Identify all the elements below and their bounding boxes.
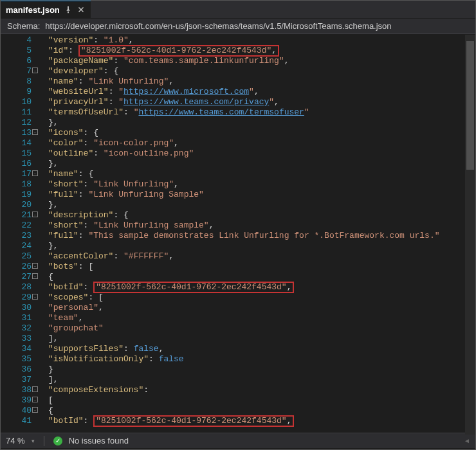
line-number: 32 — [1, 323, 32, 334]
editor: 4567-8910111213-14151617-18192021-222324… — [1, 34, 475, 433]
line-number: 13- — [1, 128, 32, 138]
check-circle-icon: ✓ — [53, 437, 62, 446]
pin-icon[interactable] — [64, 5, 73, 14]
fold-marker-icon[interactable]: - — [32, 129, 38, 135]
fold-marker-icon[interactable]: - — [32, 263, 38, 269]
line-number: 24 — [1, 241, 32, 251]
line-number: 11 — [1, 107, 32, 118]
code-line: "accentColor": "#FFFFFF", — [48, 251, 475, 262]
line-number: 37 — [1, 375, 32, 385]
fold-marker-icon[interactable]: - — [32, 386, 38, 392]
code-line: "short": "Link Unfurling", — [48, 179, 475, 190]
divider — [44, 436, 44, 446]
line-number: 39- — [1, 395, 32, 406]
code-line: }, — [48, 118, 475, 128]
code-line: ], — [48, 334, 475, 344]
issues-status: No issues found — [69, 436, 129, 446]
code-line: "name": "Link Unfurling", — [48, 76, 475, 87]
line-number: 7- — [1, 66, 32, 76]
zoom-level[interactable]: 74 % — [6, 436, 25, 446]
code-line: "groupchat" — [48, 323, 475, 334]
line-number: 40- — [1, 406, 32, 416]
line-number: 27- — [1, 272, 32, 282]
code-line: [ — [48, 395, 475, 406]
fold-marker-icon[interactable]: - — [32, 212, 38, 217]
code-line: "color": "icon-color.png", — [48, 138, 475, 148]
code-line: "composeExtensions": — [48, 385, 475, 395]
code-line: "id": "8251002f-562c-40d1-9762-2ec242f45… — [48, 46, 475, 56]
code-line: "isNotificationOnly": false — [48, 354, 475, 364]
code-line: "termsOfUseUrl": "https://www.teams.com/… — [48, 107, 475, 118]
code-line: "botId": "8251002f-562c-40d1-9762-2ec242… — [48, 416, 475, 426]
line-number-gutter: 4567-8910111213-14151617-18192021-222324… — [1, 34, 37, 433]
line-number: 34 — [1, 344, 32, 354]
code-line: "outline": "icon-outline.png" — [48, 148, 475, 159]
left-arrow-icon[interactable]: ◄ — [464, 437, 470, 444]
fold-marker-icon[interactable]: - — [32, 68, 38, 73]
fold-marker-icon[interactable]: - — [32, 294, 38, 300]
fold-marker-icon[interactable]: - — [32, 273, 38, 279]
line-number: 26- — [1, 262, 32, 272]
code-line: "botId": "8251002f-562c-40d1-9762-2ec242… — [48, 282, 475, 292]
schema-label: Schema: — [7, 21, 40, 31]
code-line: "team", — [48, 313, 475, 323]
line-number: 8 — [1, 76, 32, 87]
line-number: 21- — [1, 210, 32, 221]
line-number: 4 — [1, 35, 32, 46]
line-number: 36 — [1, 364, 32, 375]
code-line: { — [48, 406, 475, 416]
schema-url[interactable]: https://developer.microsoft.com/en-us/js… — [45, 21, 391, 31]
editor-tab[interactable]: manifest.json — [1, 1, 91, 18]
code-line: { — [48, 272, 475, 282]
fold-marker-icon[interactable]: - — [32, 407, 38, 413]
line-number: 20 — [1, 200, 32, 210]
code-line: "short": "Link Unfurling sample", — [48, 221, 475, 231]
fold-marker-icon[interactable]: - — [32, 170, 38, 176]
code-line: "name": { — [48, 169, 475, 179]
line-number: 33 — [1, 334, 32, 344]
code-line: "developer": { — [48, 66, 475, 76]
code-line: }, — [48, 159, 475, 169]
line-number: 6 — [1, 56, 32, 66]
code-line: "full": "Link Unfurling Sample" — [48, 190, 475, 200]
zoom-dropdown-icon[interactable]: ▾ — [32, 438, 35, 444]
code-line: ], — [48, 375, 475, 385]
code-line: "full": "This sample demonstrates Link U… — [48, 231, 475, 241]
status-bar: 74 % ▾ ✓ No issues found ◄ — [1, 433, 475, 448]
code-line: }, — [48, 241, 475, 251]
vertical-scrollbar[interactable] — [465, 35, 475, 435]
code-line: "icons": { — [48, 128, 475, 138]
line-number: 35 — [1, 354, 32, 364]
code-line: "privacyUrl": "https://www.teams.com/pri… — [48, 97, 475, 107]
scrollbar-thumb[interactable] — [466, 41, 474, 170]
code-area[interactable]: "version": "1.0", "id": "8251002f-562c-4… — [37, 34, 475, 433]
line-number: 15 — [1, 148, 32, 159]
line-number: 23 — [1, 231, 32, 241]
line-number: 16 — [1, 159, 32, 169]
line-number: 28 — [1, 282, 32, 292]
line-number: 17- — [1, 169, 32, 179]
fold-marker-icon[interactable]: - — [32, 397, 38, 402]
code-line: "websiteUrl": "https://www.microsoft.com… — [48, 87, 475, 97]
line-number: 12 — [1, 118, 32, 128]
line-number: 19 — [1, 190, 32, 200]
close-icon[interactable] — [77, 5, 86, 14]
line-number: 41 — [1, 416, 32, 426]
line-number: 14 — [1, 138, 32, 148]
code-line: "description": { — [48, 210, 475, 221]
code-line: "packageName": "com.teams.sample.linkunf… — [48, 56, 475, 66]
line-number: 30 — [1, 303, 32, 313]
line-number: 29- — [1, 292, 32, 303]
schema-bar: Schema: https://developer.microsoft.com/… — [1, 19, 475, 34]
line-number: 5 — [1, 46, 32, 56]
code-line: "supportsFiles": false, — [48, 344, 475, 354]
code-line: "scopes": [ — [48, 292, 475, 303]
tab-bar: manifest.json — [1, 1, 475, 19]
line-number: 10 — [1, 97, 32, 107]
line-number: 18 — [1, 179, 32, 190]
line-number: 25 — [1, 251, 32, 262]
code-line: "personal", — [48, 303, 475, 313]
code-line: "bots": [ — [48, 262, 475, 272]
tab-title: manifest.json — [6, 5, 60, 15]
code-line: "version": "1.0", — [48, 35, 475, 46]
